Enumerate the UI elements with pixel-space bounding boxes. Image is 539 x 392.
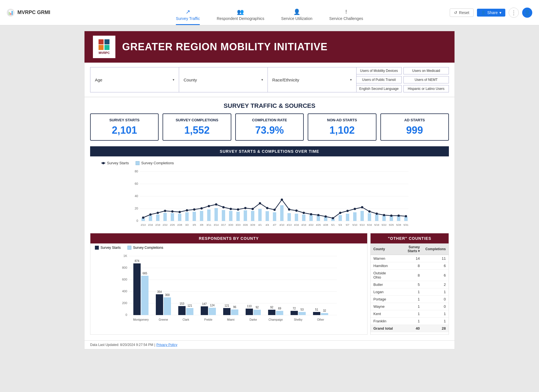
filter-tag-esl[interactable]: English Second Language xyxy=(356,85,402,92)
age-dropdown[interactable]: Age ▾ xyxy=(90,67,179,92)
share-button[interactable]: 👤 Share ▾ xyxy=(477,9,505,17)
row-starts: 1 xyxy=(396,296,422,303)
county-chart-svg: 1K 800 600 400 200 0 xyxy=(93,252,364,331)
svg-rect-20 xyxy=(214,208,218,221)
svg-text:4/19: 4/19 xyxy=(301,224,306,226)
svg-rect-31 xyxy=(295,214,298,221)
tab-service-challenges[interactable]: ! Service Challenges xyxy=(329,0,363,25)
tab-service-utilization[interactable]: 👤 Service Utilization xyxy=(281,0,312,25)
time-chart-svg-wrapper: 80 60 40 20 0 xyxy=(90,167,449,230)
col-completions: Completions xyxy=(422,243,449,255)
svg-rect-174 xyxy=(321,313,328,315)
header-banner: MVRPC GREATER REGION MOBILITY INITIATIVE xyxy=(84,31,455,63)
svg-point-69 xyxy=(303,212,305,214)
svg-rect-33 xyxy=(309,215,313,221)
svg-rect-41 xyxy=(368,213,371,221)
privacy-policy-link[interactable]: Privacy Policy xyxy=(156,343,177,347)
footer-bar: Data Last Updated: 8/20/2024 9:27:54 PM … xyxy=(84,340,455,349)
filter-tag-nemt[interactable]: Users of NEMT xyxy=(403,76,449,83)
svg-text:Greene: Greene xyxy=(159,318,168,321)
svg-rect-149 xyxy=(209,308,216,315)
svg-text:4/10: 4/10 xyxy=(279,224,284,226)
county-dropdown-arrow: ▾ xyxy=(261,78,263,82)
svg-text:200: 200 xyxy=(122,301,127,305)
svg-text:153: 153 xyxy=(180,302,184,305)
svg-text:600: 600 xyxy=(122,278,127,281)
stat-survey-completions-label: SURVEY COMPLETIONS xyxy=(166,118,228,122)
col-starts[interactable]: Survey Starts ▾ xyxy=(396,243,422,255)
svg-rect-11 xyxy=(149,216,152,221)
svg-point-57 xyxy=(215,203,217,206)
grand-total-label: Grand total xyxy=(371,325,396,332)
survey-traffic-icon: ↗ xyxy=(186,8,190,15)
svg-rect-143 xyxy=(178,306,186,315)
svg-rect-154 xyxy=(231,309,238,315)
race-ethnicity-dropdown[interactable]: Race/Ethnicity ▾ xyxy=(268,67,357,92)
logo-square-blue xyxy=(104,39,109,44)
svg-text:5/10: 5/10 xyxy=(352,224,357,226)
section-title: SURVEY TRAFFIC & SOURCES xyxy=(84,97,455,113)
svg-rect-138 xyxy=(156,294,163,315)
avatar[interactable]: 👤 xyxy=(522,8,532,18)
tab-survey-traffic[interactable]: ↗ Survey Traffic xyxy=(176,0,200,25)
row-completions: 0 xyxy=(422,303,449,310)
filter-tag-transit[interactable]: Users of Public Transit xyxy=(356,76,402,83)
svg-point-73 xyxy=(332,217,334,219)
stat-survey-starts: SURVEY STARTS 2,101 xyxy=(90,113,159,141)
mvrpc-logo-box: MVRPC xyxy=(93,36,115,58)
svg-point-50 xyxy=(164,210,166,212)
svg-text:Miami: Miami xyxy=(227,318,235,321)
filter-tag-mobility[interactable]: Users of Mobility Devices xyxy=(356,67,402,74)
svg-point-65 xyxy=(273,209,276,211)
legend-completions: Survey Completions xyxy=(136,161,174,165)
svg-rect-43 xyxy=(382,216,386,221)
age-dropdown-arrow: ▾ xyxy=(173,78,174,82)
stat-completion-rate: COMPLETION RATE 73.9% xyxy=(235,113,304,141)
svg-rect-40 xyxy=(360,211,364,221)
more-options-button[interactable]: ⋮ xyxy=(509,8,519,18)
county-dropdown[interactable]: County ▾ xyxy=(179,67,268,92)
filter-tags: Users of Mobility Devices Users on Medic… xyxy=(356,67,449,92)
row-completions: 6 xyxy=(422,270,449,281)
svg-text:874: 874 xyxy=(135,259,140,263)
svg-text:4/13: 4/13 xyxy=(287,224,292,226)
svg-rect-159 xyxy=(253,310,261,315)
svg-text:92: 92 xyxy=(270,306,273,309)
logo-square-orange xyxy=(99,45,104,50)
row-county: Outside Ohio xyxy=(371,270,396,281)
tab-respondent-demographics[interactable]: 👥 Respondent Demographics xyxy=(217,0,264,25)
svg-point-52 xyxy=(179,211,181,213)
svg-rect-18 xyxy=(200,211,203,221)
app-logo-icon: 📊 xyxy=(7,9,15,17)
svg-point-70 xyxy=(310,213,312,215)
row-county: Logan xyxy=(371,288,396,296)
reset-button[interactable]: ↺ Reset xyxy=(450,8,474,17)
service-challenges-icon: ! xyxy=(345,9,347,15)
svg-rect-139 xyxy=(164,297,171,315)
legend-completions-bar xyxy=(136,161,140,165)
stat-completion-rate-value: 73.9% xyxy=(239,124,300,136)
svg-text:4/4: 4/4 xyxy=(266,224,269,226)
svg-point-67 xyxy=(288,208,290,211)
svg-text:2/13: 2/13 xyxy=(141,224,146,226)
row-completions: 0 xyxy=(422,296,449,303)
svg-rect-133 xyxy=(133,263,141,315)
row-county: Franklin xyxy=(371,318,396,325)
table-footer: Grand total 40 28 xyxy=(371,325,449,332)
filter-tag-hispanic[interactable]: Hispanic or Latino Users xyxy=(403,85,449,92)
svg-text:147: 147 xyxy=(202,302,207,306)
filter-tag-medicaid[interactable]: Users on Medicaid xyxy=(403,67,449,74)
svg-point-77 xyxy=(361,206,363,208)
svg-rect-29 xyxy=(280,205,284,221)
svg-point-56 xyxy=(208,205,210,207)
nav-right: ↺ Reset 👤 Share ▾ ⋮ 👤 xyxy=(450,8,532,18)
svg-text:3/2: 3/2 xyxy=(185,224,189,226)
table-row: Portage 1 0 xyxy=(371,296,449,303)
main-content: MVRPC GREATER REGION MOBILITY INITIATIVE… xyxy=(0,25,539,355)
row-starts: 1 xyxy=(396,303,422,310)
svg-rect-35 xyxy=(324,217,327,221)
svg-rect-22 xyxy=(229,211,232,221)
county-chart-wrapper: RESPONDENTS BY COUNTY Survey Starts Surv… xyxy=(90,233,367,335)
svg-rect-42 xyxy=(375,215,378,221)
svg-rect-25 xyxy=(251,211,254,221)
